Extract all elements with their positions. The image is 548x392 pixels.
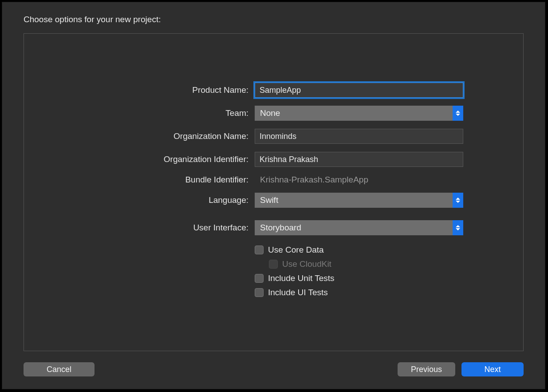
row-bundle-identifier: Bundle Identifier: Krishna-Prakash.Sampl… [68,175,479,185]
row-organization-name: Organization Name: [68,129,479,144]
user-interface-select[interactable]: Storyboard [255,220,463,235]
chevron-updown-icon [453,106,463,121]
row-user-interface: User Interface: Storyboard [68,220,479,235]
next-button[interactable]: Next [461,362,524,376]
use-cloudkit-checkbox [269,260,278,269]
language-select[interactable]: Swift [255,193,463,208]
use-core-data-label: Use Core Data [268,245,324,255]
product-name-field-wrap [255,83,479,98]
previous-button[interactable]: Previous [398,362,455,376]
label-bundle-identifier: Bundle Identifier: [68,175,255,185]
chevron-updown-icon [453,220,463,235]
organization-identifier-input[interactable] [255,152,463,167]
use-core-data-checkbox[interactable] [255,245,264,254]
row-use-core-data: Use Core Data [255,245,479,255]
label-organization-identifier: Organization Identifier: [68,154,255,164]
row-include-unit-tests: Include Unit Tests [255,273,479,283]
product-name-input[interactable] [255,83,463,98]
organization-name-input[interactable] [255,129,463,144]
options-form: Product Name: Team: None Organiz [24,83,523,297]
row-include-ui-tests: Include UI Tests [255,288,479,297]
language-select-value: Swift [260,195,278,205]
cancel-button[interactable]: Cancel [24,362,95,376]
user-interface-select-value: Storyboard [260,223,301,233]
row-language: Language: Swift [68,193,479,208]
chevron-updown-icon [453,193,463,208]
include-ui-tests-label: Include UI Tests [268,288,328,297]
include-ui-tests-checkbox[interactable] [255,288,264,297]
dialog-button-bar: Cancel Previous Next [24,362,524,376]
row-organization-identifier: Organization Identifier: [68,152,479,167]
row-use-cloudkit: Use CloudKit [269,259,479,269]
team-select-value: None [260,108,280,118]
dialog-title: Choose options for your new project: [24,15,524,24]
include-unit-tests-checkbox[interactable] [255,274,264,283]
label-organization-name: Organization Name: [68,131,255,141]
row-product-name: Product Name: [68,83,479,98]
label-team: Team: [68,108,255,118]
options-panel: Product Name: Team: None Organiz [24,33,524,351]
label-product-name: Product Name: [68,85,255,95]
checkbox-group: Use Core Data Use CloudKit Include Unit … [255,245,479,297]
use-cloudkit-label: Use CloudKit [282,259,331,269]
row-checkboxes: Use Core Data Use CloudKit Include Unit … [68,243,479,297]
new-project-options-dialog: Choose options for your new project: Pro… [2,2,545,389]
label-user-interface: User Interface: [68,223,255,233]
team-select[interactable]: None [255,106,463,121]
row-team: Team: None [68,106,479,121]
label-language: Language: [68,195,255,205]
bundle-identifier-value: Krishna-Prakash.SampleApp [255,175,479,185]
include-unit-tests-label: Include Unit Tests [268,273,335,283]
